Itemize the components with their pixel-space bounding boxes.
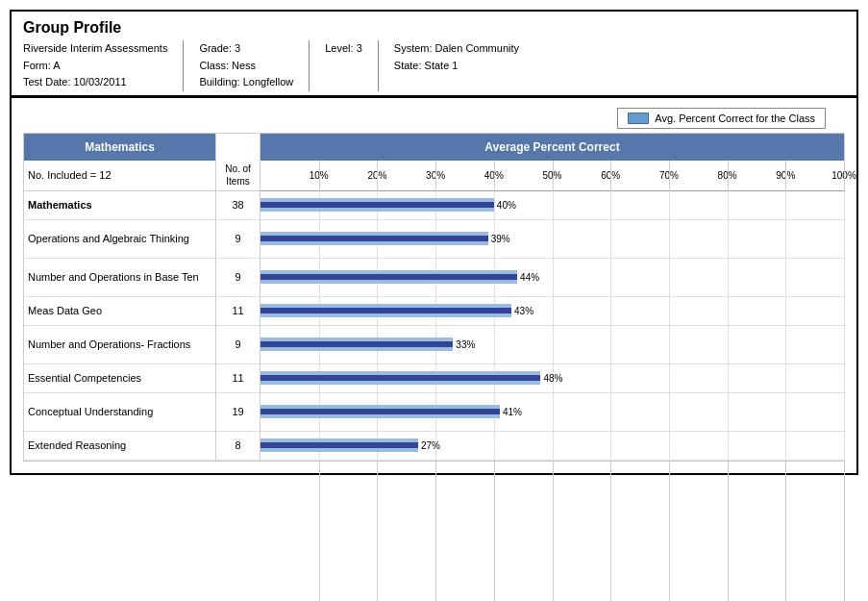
header-col-mid: Grade: 3 Class: Ness Building: Longfello… <box>199 40 310 91</box>
header-info: Riverside Interim Assessments Form: A Te… <box>23 40 845 91</box>
bar-pct-label-1: 39% <box>491 234 510 244</box>
level-line: Level: 3 <box>325 40 362 58</box>
math-column-header: Mathematics <box>24 134 215 161</box>
class-label: Class: <box>199 60 229 71</box>
test-date-line: Test Date: 10/03/2011 <box>23 74 167 91</box>
bar-pct-label-0: 40% <box>497 200 516 211</box>
bar-dark-0 <box>260 202 494 208</box>
bar-pct-label-2: 44% <box>520 272 539 283</box>
class-value: Ness <box>232 60 256 71</box>
bar-pct-label-5: 48% <box>543 373 562 384</box>
state-label: State: <box>394 60 422 71</box>
state-line: State: State 1 <box>394 58 519 75</box>
bar-dark-1 <box>260 236 488 241</box>
level-label: Level: <box>325 42 353 54</box>
bar-cell-5: 48% <box>260 364 844 393</box>
building-label: Building: <box>199 76 239 88</box>
label-cell-3: Meas Data Geo <box>24 297 215 326</box>
bar-pct-label-4: 33% <box>456 339 475 350</box>
bar-cell-3: 43% <box>260 297 844 326</box>
form-label: Form: <box>23 60 51 71</box>
labels-column: Mathematics No. Included = 12 Mathematic… <box>24 134 216 461</box>
report-title: Group Profile <box>23 19 845 37</box>
main-content: Avg. Percent Correct for the Class Mathe… <box>12 98 856 473</box>
form-value: A <box>53 60 60 71</box>
bar-cell-6: 41% <box>260 393 844 432</box>
items-cell-7: 8 <box>216 432 260 461</box>
chart-table: Mathematics No. Included = 12 Mathematic… <box>23 133 845 462</box>
items-rows: 389911911198 <box>216 191 260 461</box>
bar-pct-label-6: 41% <box>503 407 522 417</box>
bar-dark-2 <box>260 274 517 280</box>
items-header-text: No. of Items <box>218 163 258 188</box>
building-value: Longfellow <box>243 76 294 88</box>
class-line: Class: Ness <box>199 58 293 75</box>
bar-cell-4: 33% <box>260 326 844 364</box>
items-cell-5: 11 <box>216 364 260 393</box>
test-date-value: 10/03/2011 <box>74 76 127 88</box>
label-cell-5: Essential Competencies <box>24 364 215 393</box>
bar-cell-0: 40% <box>260 191 844 220</box>
bar-cell-2: 44% <box>260 259 844 297</box>
level-value: 3 <box>357 42 362 54</box>
form-line: Form: A <box>23 58 167 75</box>
no-included: No. Included = 12 <box>24 161 215 191</box>
legend-color-swatch <box>628 113 649 124</box>
items-cell-3: 11 <box>216 297 260 326</box>
legend-box: Avg. Percent Correct for the Class <box>617 108 826 129</box>
header-col-level: Level: 3 <box>325 40 379 91</box>
bar-pct-label-7: 27% <box>421 440 440 451</box>
bar-cell-1: 39% <box>260 220 844 259</box>
bar-rows: 40%39%44%43%33%48%41%27% <box>260 191 844 461</box>
axis-row: 10%20%30%40%50%60%70%80%90%100% <box>260 161 844 191</box>
chart-area: Average Percent Correct 10%20%30%40%50%6… <box>260 134 844 461</box>
report-page: Group Profile Riverside Interim Assessme… <box>10 10 858 475</box>
grade-value: 3 <box>235 42 240 54</box>
bar-cell-7: 27% <box>260 432 844 461</box>
system-line: System: Dalen Community <box>394 40 519 58</box>
bar-pct-label-3: 43% <box>514 306 533 316</box>
label-cell-0: Mathematics <box>24 191 215 220</box>
label-rows: MathematicsOperations and Algebraic Thin… <box>24 191 215 461</box>
legend-label: Avg. Percent Correct for the Class <box>655 113 815 124</box>
label-cell-1: Operations and Algebraic Thinking <box>24 220 215 259</box>
header-col-left: Riverside Interim Assessments Form: A Te… <box>23 40 184 91</box>
items-column-header: No. of Items <box>216 161 260 191</box>
items-cell-6: 19 <box>216 393 260 432</box>
header-section: Group Profile Riverside Interim Assessme… <box>12 12 856 98</box>
items-cell-1: 9 <box>216 220 260 259</box>
state-value: State 1 <box>425 60 459 71</box>
label-cell-4: Number and Operations- Fractions <box>24 326 215 364</box>
building-line: Building: Longfellow <box>199 74 293 91</box>
items-cell-4: 9 <box>216 326 260 364</box>
bar-dark-5 <box>260 375 540 381</box>
org-name: Riverside Interim Assessments <box>23 40 167 58</box>
bar-dark-6 <box>260 409 500 414</box>
label-cell-2: Number and Operations in Base Ten <box>24 259 215 297</box>
label-cell-6: Conceptual Understanding <box>24 393 215 432</box>
header-col-right: System: Dalen Community State: State 1 <box>394 40 534 91</box>
system-value: Dalen Community <box>435 42 519 54</box>
avg-pct-header: Average Percent Correct <box>260 134 844 161</box>
items-cell-0: 38 <box>216 191 260 220</box>
bar-dark-7 <box>260 442 418 448</box>
bar-dark-4 <box>260 341 453 347</box>
test-date-label: Test Date: <box>23 76 71 88</box>
grade-label: Grade: <box>199 42 232 54</box>
grade-line: Grade: 3 <box>199 40 293 58</box>
items-cell-2: 9 <box>216 259 260 297</box>
label-cell-7: Extended Reasoning <box>24 432 215 461</box>
legend-area: Avg. Percent Correct for the Class <box>23 98 845 133</box>
items-column: No. of Items 389911911198 <box>216 134 260 461</box>
bar-dark-3 <box>260 308 511 313</box>
system-label: System: <box>394 42 433 54</box>
